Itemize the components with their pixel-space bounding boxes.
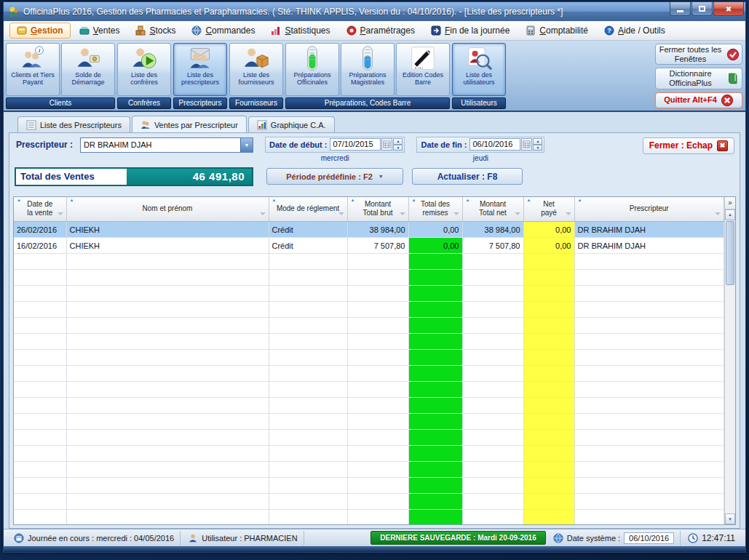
table-cell[interactable]: [408, 286, 462, 302]
table-cell[interactable]: [574, 478, 724, 494]
table-cell[interactable]: [408, 446, 462, 462]
table-cell[interactable]: [269, 302, 347, 318]
table-cell[interactable]: [269, 350, 347, 366]
table-cell[interactable]: [347, 510, 408, 525]
table-cell[interactable]: [347, 302, 408, 318]
table-cell[interactable]: [66, 302, 269, 318]
table-cell[interactable]: [347, 334, 408, 350]
table-row[interactable]: [14, 302, 724, 318]
date-fin-spinner[interactable]: ▲ ▼: [533, 138, 542, 151]
table-cell[interactable]: [523, 286, 574, 302]
table-cell[interactable]: [269, 318, 347, 334]
titlebar[interactable]: OfficinaPlus 2016, Gestion des Pharmacie…: [4, 2, 745, 21]
table-row[interactable]: 26/02/2016CHIEKHCrédit38 984,000,0038 98…: [14, 222, 724, 238]
table-cell[interactable]: [523, 254, 574, 270]
maximize-button[interactable]: [691, 2, 713, 16]
table-cell[interactable]: [408, 398, 462, 414]
scroll-up-icon[interactable]: ▲: [725, 209, 735, 220]
table-cell[interactable]: [523, 478, 574, 494]
menu-item-parametrages[interactable]: Paramétrages: [339, 23, 422, 39]
table-cell[interactable]: [269, 382, 347, 398]
table-cell[interactable]: [523, 446, 574, 462]
table-cell[interactable]: [462, 494, 523, 510]
table-cell[interactable]: [14, 446, 66, 462]
calendar-button[interactable]: [521, 138, 532, 151]
table-cell[interactable]: [574, 382, 724, 398]
table-row[interactable]: [14, 270, 724, 286]
table-row[interactable]: [14, 494, 724, 510]
actualiser-button[interactable]: Actualiser : F8: [412, 168, 523, 185]
prep-magistrales-button[interactable]: Préparations Magistrales: [341, 43, 395, 96]
table-cell[interactable]: [347, 462, 408, 478]
table-cell[interactable]: [347, 430, 408, 446]
table-row[interactable]: [14, 318, 724, 334]
column-header[interactable]: ▲Montant Total net: [462, 197, 523, 222]
table-cell[interactable]: [269, 510, 347, 525]
table-cell[interactable]: [14, 286, 66, 302]
table-cell[interactable]: [574, 318, 724, 334]
table-cell[interactable]: [574, 462, 724, 478]
table-cell[interactable]: CHIEKH: [66, 238, 269, 254]
table-cell[interactable]: [408, 350, 462, 366]
table-cell[interactable]: [462, 350, 523, 366]
table-cell[interactable]: [574, 414, 724, 430]
table-cell[interactable]: [14, 302, 66, 318]
table-cell[interactable]: [408, 270, 462, 286]
table-cell[interactable]: [269, 446, 347, 462]
table-row[interactable]: [14, 366, 724, 382]
spinner-down-icon[interactable]: ▼: [393, 145, 403, 151]
menu-item-stocks[interactable]: Stocks: [128, 23, 183, 39]
table-cell[interactable]: [462, 414, 523, 430]
table-cell[interactable]: [523, 430, 574, 446]
table-cell[interactable]: [269, 478, 347, 494]
table-row[interactable]: [14, 398, 724, 414]
menu-item-fin-journee[interactable]: Fin de la journée: [424, 23, 517, 39]
table-cell[interactable]: [14, 254, 66, 270]
table-cell[interactable]: [574, 334, 724, 350]
table-cell[interactable]: [66, 398, 269, 414]
table-cell[interactable]: [574, 398, 724, 414]
table-cell[interactable]: [66, 414, 269, 430]
table-cell[interactable]: [523, 318, 574, 334]
table-cell[interactable]: [347, 350, 408, 366]
table-cell[interactable]: Crédit: [269, 238, 347, 254]
table-cell[interactable]: 38 984,00: [462, 222, 523, 238]
liste-prescripteurs-button[interactable]: Liste des prescripteurs: [173, 43, 227, 96]
table-cell[interactable]: [408, 430, 462, 446]
table-cell[interactable]: 0,00: [523, 222, 574, 238]
table-cell[interactable]: [66, 286, 269, 302]
table-cell[interactable]: [269, 430, 347, 446]
liste-confreres-button[interactable]: Liste des confrères: [117, 43, 171, 96]
table-cell[interactable]: [462, 270, 523, 286]
table-row[interactable]: [14, 510, 724, 525]
table-cell[interactable]: [66, 430, 269, 446]
table-cell[interactable]: CHIEKH: [66, 222, 269, 238]
table-cell[interactable]: [347, 446, 408, 462]
table-cell[interactable]: [66, 270, 269, 286]
chevron-down-icon[interactable]: ▼: [240, 138, 253, 152]
table-cell[interactable]: [347, 398, 408, 414]
table-row[interactable]: [14, 334, 724, 350]
column-header[interactable]: ▲Date de la vente: [14, 197, 66, 222]
table-cell[interactable]: [523, 366, 574, 382]
table-cell[interactable]: 38 984,00: [347, 222, 408, 238]
table-cell[interactable]: [269, 366, 347, 382]
table-cell[interactable]: [269, 286, 347, 302]
spinner-up-icon[interactable]: ▲: [533, 138, 542, 145]
table-cell[interactable]: [574, 446, 724, 462]
table-row[interactable]: [14, 254, 724, 270]
table-cell[interactable]: [269, 334, 347, 350]
table-row[interactable]: [14, 350, 724, 366]
table-cell[interactable]: [14, 366, 66, 382]
table-cell[interactable]: [269, 398, 347, 414]
table-cell[interactable]: [66, 318, 269, 334]
table-cell[interactable]: [347, 414, 408, 430]
table-cell[interactable]: [66, 494, 269, 510]
table-cell[interactable]: 0,00: [408, 238, 462, 254]
table-cell[interactable]: 0,00: [408, 222, 462, 238]
table-cell[interactable]: [408, 302, 462, 318]
table-cell[interactable]: [523, 334, 574, 350]
column-header[interactable]: ▲Total des remises: [408, 197, 462, 222]
table-cell[interactable]: [408, 462, 462, 478]
table-row[interactable]: [14, 286, 724, 302]
